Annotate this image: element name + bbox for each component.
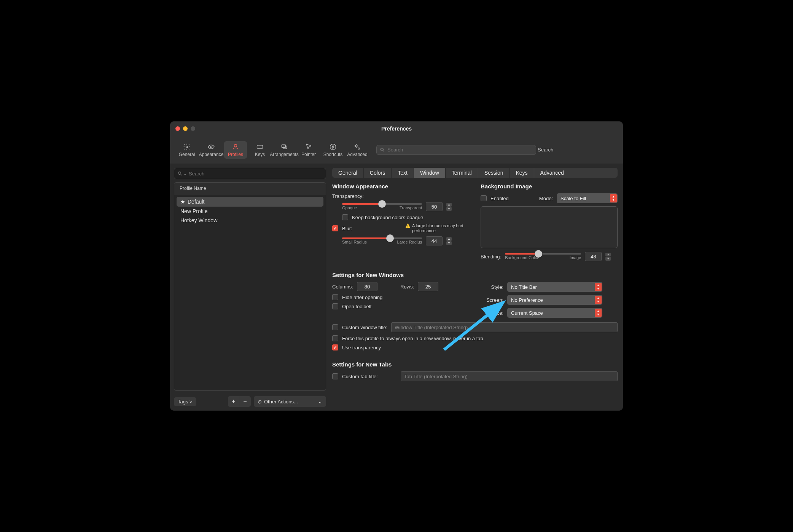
profile-tabbar: GeneralColorsTextWindowTerminalSessionKe…: [332, 168, 618, 178]
section-new-tabs: Settings for New Tabs: [332, 361, 618, 368]
profile-table: Profile Name ★DefaultNew ProfileHotkey W…: [174, 182, 326, 391]
person-icon: [232, 143, 239, 151]
cursor-icon: [305, 143, 312, 151]
star-icon: ★: [180, 199, 185, 205]
remove-profile-button[interactable]: −: [239, 396, 251, 407]
blending-label: Blending:: [481, 254, 501, 260]
tags-button[interactable]: Tags >: [174, 397, 196, 406]
search-icon: [380, 147, 385, 153]
toolbar-appearance[interactable]: Appearance: [200, 141, 223, 159]
screen-select[interactable]: No Preference▲▼: [507, 295, 602, 305]
sidebar-search[interactable]: ⌄: [174, 168, 326, 179]
force-new-window-checkbox[interactable]: [332, 335, 338, 341]
blending-stepper[interactable]: ▲▼: [605, 253, 611, 261]
hide-after-opening-checkbox[interactable]: [332, 294, 338, 300]
svg-point-2: [234, 144, 237, 147]
svg-point-9: [381, 148, 383, 151]
custom-window-title-label: Custom window title:: [342, 325, 387, 330]
toolbar-pointer[interactable]: Pointer: [297, 141, 320, 159]
custom-window-title-input[interactable]: Window Title (Interpolated String): [391, 322, 618, 332]
svg-point-1: [210, 146, 212, 148]
custom-tab-title-checkbox[interactable]: [332, 373, 338, 379]
keep-bg-opaque-label: Keep background colors opaque: [352, 215, 423, 220]
windows-icon: [280, 143, 288, 151]
bg-mode-label: Mode:: [539, 196, 553, 201]
columns-input[interactable]: 80: [357, 282, 377, 291]
gear-icon: [183, 143, 191, 151]
ellipsis-icon: ⊙: [258, 399, 262, 405]
tab-session[interactable]: Session: [478, 168, 510, 178]
profile-row-label: Hotkey Window: [180, 217, 217, 223]
transparency-slider[interactable]: [342, 203, 422, 205]
section-window-appearance: Window Appearance: [332, 183, 469, 190]
bg-enabled-checkbox[interactable]: [481, 195, 487, 201]
blur-stepper[interactable]: ▲▼: [446, 237, 452, 245]
tab-advanced[interactable]: Advanced: [534, 168, 570, 178]
svg-rect-3: [257, 145, 263, 148]
chevron-down-icon: ⌄: [318, 399, 322, 405]
rows-input[interactable]: 25: [418, 282, 438, 291]
tab-terminal[interactable]: Terminal: [446, 168, 478, 178]
blending-value[interactable]: 48: [585, 252, 602, 261]
toolbar: General Appearance Profiles Keys Arrange…: [170, 136, 623, 164]
other-actions-select[interactable]: ⊙ Other Actions... ⌄: [254, 396, 326, 407]
blending-slider[interactable]: [505, 253, 581, 255]
force-new-window-label: Force this profile to always open in a n…: [342, 336, 484, 341]
add-profile-button[interactable]: +: [228, 396, 239, 407]
toolbar-general[interactable]: General: [175, 141, 198, 159]
custom-window-title-checkbox[interactable]: [332, 324, 338, 330]
chevron-down-icon: ⌄: [183, 172, 186, 176]
bg-mode-select[interactable]: Scale to Fill ▲▼: [557, 193, 618, 203]
transparency-label: Transparency:: [332, 193, 364, 199]
tab-colors[interactable]: Colors: [364, 168, 392, 178]
keep-bg-opaque-checkbox[interactable]: [342, 214, 348, 220]
svg-point-0: [186, 146, 188, 148]
bg-image-well[interactable]: [481, 206, 618, 248]
transparency-value[interactable]: 50: [426, 202, 443, 211]
sidebar-search-input[interactable]: [189, 171, 323, 177]
tab-text[interactable]: Text: [392, 168, 414, 178]
profile-table-header[interactable]: Profile Name: [174, 183, 326, 194]
use-transparency-checkbox[interactable]: [332, 344, 338, 350]
bg-enabled-label: Enabled: [490, 196, 509, 201]
minimize-icon[interactable]: [183, 126, 188, 131]
toolbar-search-input[interactable]: [387, 147, 533, 153]
transparency-stepper[interactable]: ▲▼: [446, 203, 452, 211]
profile-row[interactable]: New Profile: [177, 207, 323, 216]
profile-row-label: New Profile: [180, 208, 208, 214]
open-toolbelt-checkbox[interactable]: [332, 303, 338, 309]
zoom-icon[interactable]: [191, 126, 195, 131]
blur-slider[interactable]: [342, 237, 422, 239]
profile-row[interactable]: Hotkey Window: [177, 216, 323, 225]
toolbar-keys[interactable]: Keys: [248, 141, 271, 159]
profile-row-label: Default: [188, 199, 204, 205]
toolbar-arrangements[interactable]: Arrangements: [273, 141, 296, 159]
svg-point-8: [358, 148, 360, 149]
tab-general[interactable]: General: [332, 168, 364, 178]
custom-tab-title-input[interactable]: Tab Title (Interpolated String): [401, 371, 618, 381]
svg-point-6: [330, 144, 336, 150]
sidebar: ⌄ Profile Name ★DefaultNew ProfileHotkey…: [170, 164, 330, 411]
style-select[interactable]: No Title Bar▲▼: [507, 282, 602, 292]
window-title: Preferences: [170, 126, 623, 132]
blur-checkbox[interactable]: [332, 225, 338, 231]
tab-keys[interactable]: Keys: [510, 168, 534, 178]
use-transparency-label: Use transparency: [342, 345, 381, 350]
warning-icon: ⚠️: [405, 223, 411, 228]
bolt-icon: [329, 143, 337, 151]
toolbar-shortcuts[interactable]: Shortcuts: [322, 141, 344, 159]
eye-icon: [207, 143, 215, 151]
toolbar-search[interactable]: [376, 145, 536, 155]
blur-value[interactable]: 44: [426, 236, 443, 245]
close-icon[interactable]: [175, 126, 180, 131]
toolbar-advanced[interactable]: Advanced: [346, 141, 369, 159]
toolbar-profiles[interactable]: Profiles: [224, 141, 247, 159]
preferences-window: Preferences General Appearance Profiles …: [170, 121, 623, 411]
section-new-windows: Settings for New Windows: [332, 272, 618, 278]
keyboard-icon: [256, 143, 264, 151]
tab-window[interactable]: Window: [414, 168, 446, 178]
space-select[interactable]: Current Space▲▼: [507, 308, 602, 318]
toolbar-search-label: Search: [538, 147, 553, 153]
columns-label: Columns:: [332, 284, 353, 290]
profile-row[interactable]: ★Default: [177, 197, 323, 207]
